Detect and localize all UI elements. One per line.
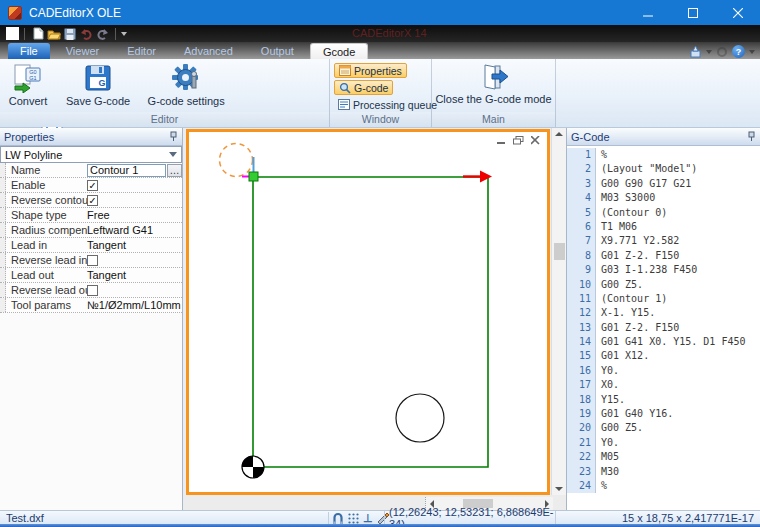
style-tool-icon[interactable] bbox=[689, 45, 702, 58]
gcode-line-number: 15 bbox=[567, 349, 596, 363]
gcode-line: 11(Contour 1) bbox=[567, 292, 760, 306]
property-row-reverse-lead-out[interactable]: Reverse lead out bbox=[0, 283, 182, 298]
gcode-line-text: G03 I-1.238 F450 bbox=[596, 263, 697, 277]
gcode-line: 14G01 G41 X0. Y15. D1 F450 bbox=[567, 335, 760, 349]
processing-queue-button[interactable]: Processing queue bbox=[334, 97, 441, 112]
properties-panel-title: Properties bbox=[4, 131, 169, 143]
gcode-line: 17X0. bbox=[567, 378, 760, 392]
lead-in-value[interactable]: Tangent bbox=[87, 239, 182, 251]
enable-checkbox[interactable]: ✓ bbox=[87, 180, 98, 191]
undo-icon[interactable] bbox=[79, 27, 93, 40]
gcode-toggle-button[interactable]: G-code bbox=[334, 80, 393, 95]
gcode-panel: G-Code 1%2(Layout "Model")3G00 G90 G17 G… bbox=[566, 128, 760, 510]
gcode-line-text: X-1. Y15. bbox=[596, 306, 655, 320]
close-button[interactable] bbox=[715, 0, 760, 25]
reverse-lead-out-checkbox[interactable] bbox=[87, 285, 98, 296]
open-file-icon[interactable] bbox=[47, 27, 61, 40]
name-field[interactable]: Contour 1 bbox=[87, 164, 166, 177]
lead-out-value[interactable]: Tangent bbox=[87, 269, 182, 281]
chevron-down-icon bbox=[169, 152, 177, 157]
gcode-line-text: G00 Z5. bbox=[596, 278, 643, 292]
gcode-text-view[interactable]: 1%2(Layout "Model")3G00 G90 G17 G214M03 … bbox=[567, 146, 760, 510]
grid-snap-icon[interactable] bbox=[347, 512, 360, 525]
save-gcode-icon: G bbox=[83, 62, 113, 94]
save-gcode-button[interactable]: G Save G-code bbox=[59, 59, 137, 111]
gcode-line-text: G00 Z5. bbox=[596, 421, 643, 435]
shape-type-value[interactable]: Free bbox=[87, 209, 182, 221]
gcode-line-text: T1 M06 bbox=[596, 220, 637, 234]
scroll-up-icon[interactable] bbox=[555, 132, 563, 136]
svg-text:G: G bbox=[99, 78, 106, 88]
quick-access-toolbar: CADEditorX 14 bbox=[0, 25, 760, 42]
property-row-enable[interactable]: Enable ✓ bbox=[0, 178, 182, 193]
convert-button[interactable]: G0 G1 Convert bbox=[0, 59, 56, 111]
maximize-button[interactable] bbox=[670, 0, 715, 25]
radius-compensation-value[interactable]: Leftward G41 bbox=[87, 224, 182, 236]
minimize-button[interactable] bbox=[625, 0, 670, 25]
gcode-line-number: 7 bbox=[567, 234, 596, 248]
gcode-line-text: G01 Z-2. F150 bbox=[596, 249, 679, 263]
gcode-line-number: 17 bbox=[567, 378, 596, 392]
property-grid: Name Contour 1 … Enable ✓ Reverse contou… bbox=[0, 163, 182, 313]
property-row-tool-params[interactable]: Tool params №1/Ø2mm/L10mm bbox=[0, 298, 182, 313]
tab-gcode[interactable]: Gcode bbox=[310, 43, 368, 59]
properties-toggle-button[interactable]: Properties bbox=[334, 63, 407, 78]
gcode-line-text: G00 G90 G17 G21 bbox=[596, 177, 691, 191]
tab-output[interactable]: Output bbox=[249, 43, 306, 59]
gcode-line-number: 10 bbox=[567, 278, 596, 292]
gcode-line: 9G03 I-1.238 F450 bbox=[567, 263, 760, 277]
property-row-reverse-contour[interactable]: Reverse contour ✓ bbox=[0, 193, 182, 208]
help-icon[interactable]: ? bbox=[732, 45, 745, 58]
pin-icon[interactable] bbox=[747, 131, 756, 142]
toolbar-options-chevron-icon[interactable] bbox=[121, 32, 127, 36]
pin-icon[interactable] bbox=[169, 131, 178, 142]
vertical-scrollbar[interactable] bbox=[551, 128, 566, 495]
settings-icon[interactable] bbox=[716, 46, 728, 58]
title-bar: CADEditorX OLE bbox=[0, 0, 760, 25]
ortho-mode-icon[interactable]: ⊥ bbox=[363, 512, 373, 525]
property-row-shape-type[interactable]: Shape type Free bbox=[0, 208, 182, 223]
gcode-line: 18Y15. bbox=[567, 393, 760, 407]
gcode-line: 7X9.771 Y2.582 bbox=[567, 234, 760, 248]
vertical-scroll-thumb[interactable] bbox=[554, 243, 565, 260]
name-more-button[interactable]: … bbox=[167, 164, 182, 177]
property-row-radius-compensation[interactable]: Radius compensation Leftward G41 bbox=[0, 223, 182, 238]
reverse-contour-checkbox[interactable]: ✓ bbox=[87, 195, 98, 206]
canvas-minimize-icon[interactable] bbox=[495, 135, 508, 145]
gcode-line: 12X-1. Y15. bbox=[567, 306, 760, 320]
property-row-reverse-lead-in[interactable]: Reverse lead in bbox=[0, 253, 182, 268]
gcode-settings-button[interactable]: G-code settings bbox=[140, 59, 232, 111]
property-row-lead-out[interactable]: Lead out Tangent bbox=[0, 268, 182, 283]
gcode-line-text: % bbox=[596, 479, 607, 493]
properties-panel-header: Properties bbox=[0, 128, 182, 146]
canvas-restore-icon[interactable] bbox=[512, 135, 525, 145]
canvas-close-icon[interactable] bbox=[529, 135, 542, 145]
property-row-lead-in[interactable]: Lead in Tangent bbox=[0, 238, 182, 253]
gcode-line-number: 19 bbox=[567, 407, 596, 421]
gcode-line-number: 8 bbox=[567, 249, 596, 263]
help-chevron-icon[interactable] bbox=[749, 50, 755, 54]
drawing-canvas-window[interactable] bbox=[186, 129, 550, 495]
tab-editor[interactable]: Editor bbox=[115, 43, 168, 59]
snap-magnet-icon[interactable] bbox=[332, 512, 344, 525]
close-gcode-mode-button[interactable]: Close the G-code mode bbox=[432, 59, 555, 105]
tab-file[interactable]: File bbox=[8, 43, 50, 59]
new-file-icon[interactable] bbox=[31, 27, 45, 40]
save-icon[interactable] bbox=[63, 27, 77, 40]
style-tool-chevron-icon[interactable] bbox=[706, 50, 712, 54]
gcode-line: 24% bbox=[567, 479, 760, 493]
scroll-down-icon[interactable] bbox=[555, 487, 563, 491]
tab-viewer[interactable]: Viewer bbox=[54, 43, 111, 59]
app-menu-button[interactable] bbox=[6, 27, 19, 40]
status-bar: Test.dxf ⊥ (12,26243; 12,53231; 6,868649… bbox=[0, 510, 760, 527]
tool-params-value[interactable]: №1/Ø2mm/L10mm bbox=[87, 299, 182, 311]
gcode-line: 1% bbox=[567, 148, 760, 162]
gcode-line: 3G00 G90 G17 G21 bbox=[567, 177, 760, 191]
redo-icon[interactable] bbox=[95, 27, 109, 40]
processing-queue-icon bbox=[338, 99, 350, 110]
entity-type-select[interactable]: LW Polyline bbox=[0, 146, 182, 163]
tab-advanced[interactable]: Advanced bbox=[172, 43, 245, 59]
reverse-lead-in-checkbox[interactable] bbox=[87, 255, 98, 266]
gcode-line-text: Y15. bbox=[596, 393, 625, 407]
property-row-name[interactable]: Name Contour 1 … bbox=[0, 163, 182, 178]
